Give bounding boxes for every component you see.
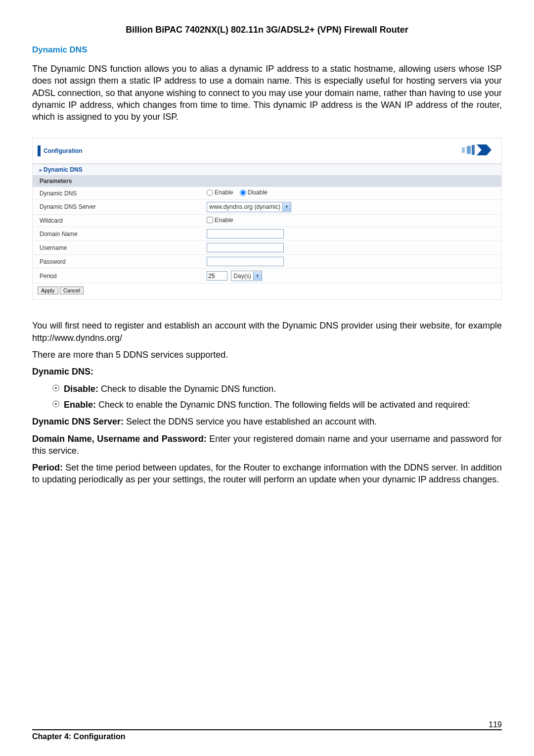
svg-rect-1 bbox=[472, 145, 475, 155]
disable-rest: Check to disable the Dynamic DNS functio… bbox=[98, 384, 276, 394]
parameters-header: Parameters bbox=[33, 176, 501, 187]
panel-subheader-text: Dynamic DNS bbox=[44, 166, 83, 173]
period-unit-select[interactable]: Day(s) ▼ bbox=[231, 271, 262, 281]
enable-radio[interactable] bbox=[207, 189, 213, 196]
wildcard-checkbox-wrap[interactable]: Enable bbox=[207, 217, 233, 224]
enable-radio-label: Enable bbox=[215, 189, 233, 196]
section-heading: Dynamic DNS bbox=[32, 45, 502, 55]
disable-radio-wrap[interactable]: Disable bbox=[240, 189, 267, 196]
disable-bold: Disable: bbox=[64, 384, 98, 394]
form-table: Dynamic DNS Enable Disable Dynamic DNS S… bbox=[33, 187, 501, 283]
wildcard-checkbox[interactable] bbox=[207, 217, 213, 223]
domain-bold: Domain Name, Username and Password: bbox=[32, 434, 207, 444]
row-label-period: Period bbox=[33, 269, 200, 284]
below-domain: Domain Name, Username and Password: Ente… bbox=[32, 433, 502, 457]
bullet-enable: ☉ Enable: Check to enable the Dynamic DN… bbox=[52, 399, 502, 411]
svg-rect-2 bbox=[462, 147, 465, 153]
cancel-button[interactable]: Cancel bbox=[60, 286, 84, 294]
domain-input[interactable] bbox=[207, 229, 284, 238]
page-number: 119 bbox=[489, 720, 502, 729]
disable-radio[interactable] bbox=[240, 189, 246, 196]
username-input[interactable] bbox=[207, 243, 284, 252]
row-label-username: Username bbox=[33, 241, 200, 255]
enable-radio-wrap[interactable]: Enable bbox=[207, 189, 233, 196]
below-p2: There are more than 5 DDNS services supp… bbox=[32, 349, 502, 361]
below-ddns-title: Dynamic DNS: bbox=[32, 366, 502, 378]
brand-logo-icon bbox=[447, 142, 496, 159]
chevron-down-icon[interactable]: ▼ bbox=[253, 272, 262, 280]
row-label-dynamic-dns: Dynamic DNS bbox=[33, 187, 200, 200]
enable-bold: Enable: bbox=[64, 400, 96, 410]
panel-subheader: Dynamic DNS bbox=[33, 164, 501, 176]
row-label-server: Dynamic DNS Server bbox=[33, 199, 200, 214]
below-period: Period: Set the time period between upda… bbox=[32, 462, 502, 486]
enable-rest: Check to enable the Dynamic DNS function… bbox=[96, 400, 470, 410]
bullet-icon: ☉ bbox=[52, 383, 64, 394]
configuration-label: Configuration bbox=[44, 147, 83, 154]
period-input[interactable] bbox=[207, 271, 227, 281]
server-rest: Select the DDNS service you have establi… bbox=[124, 417, 377, 426]
row-label-password: Password bbox=[33, 255, 200, 269]
row-label-domain: Domain Name bbox=[33, 227, 200, 241]
bullet-icon: ☉ bbox=[52, 399, 64, 410]
period-bold: Period: bbox=[32, 463, 63, 472]
period-rest: Set the time period between updates, for… bbox=[32, 463, 502, 484]
server-bold: Dynamic DNS Server: bbox=[32, 417, 124, 426]
server-select[interactable]: www.dyndns.org (dynamic) ▼ bbox=[207, 202, 291, 212]
disable-radio-label: Disable bbox=[248, 189, 267, 196]
bullet-disable: ☉ Disable: Check to disable the Dynamic … bbox=[52, 383, 502, 395]
row-label-wildcard: Wildcard bbox=[33, 214, 200, 227]
password-input[interactable] bbox=[207, 257, 284, 266]
apply-button[interactable]: Apply bbox=[38, 286, 58, 294]
chevron-down-icon[interactable]: ▼ bbox=[282, 203, 291, 211]
svg-rect-0 bbox=[467, 146, 471, 154]
config-marker-icon bbox=[38, 145, 41, 156]
period-unit-value: Day(s) bbox=[231, 273, 253, 280]
intro-paragraph: The Dynamic DNS function allows you to a… bbox=[32, 63, 502, 123]
footer-chapter: Chapter 4: Configuration bbox=[32, 732, 125, 741]
below-p1: You will first need to register and esta… bbox=[32, 320, 502, 344]
server-select-value: www.dyndns.org (dynamic) bbox=[207, 203, 282, 210]
wildcard-check-label: Enable bbox=[215, 217, 233, 224]
configuration-panel: Configuration Dynamic DNS Parameters Dyn… bbox=[32, 138, 502, 300]
page-header-title: Billion BiPAC 7402NX(L) 802.11n 3G/ADSL2… bbox=[32, 25, 502, 35]
below-server: Dynamic DNS Server: Select the DDNS serv… bbox=[32, 416, 502, 427]
